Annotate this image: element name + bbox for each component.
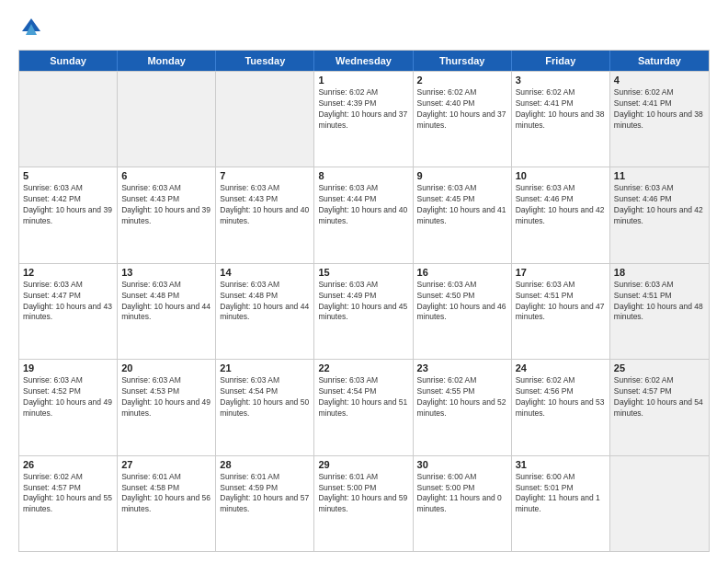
day-number: 10 [516,170,606,181]
day-number: 1 [318,75,408,86]
day-number: 15 [318,267,408,278]
day-number: 25 [614,362,705,373]
day-info: Sunrise: 6:03 AM Sunset: 4:42 PM Dayligh… [23,183,113,227]
day-info: Sunrise: 6:03 AM Sunset: 4:48 PM Dayligh… [220,280,310,324]
day-number: 19 [23,362,113,373]
calendar-cell: 25Sunrise: 6:02 AM Sunset: 4:57 PM Dayli… [610,360,709,454]
calendar-cell: 16Sunrise: 6:03 AM Sunset: 4:50 PM Dayli… [414,264,512,359]
calendar-cell: 11Sunrise: 6:03 AM Sunset: 4:46 PM Dayli… [610,167,709,262]
calendar-cell: 10Sunrise: 6:03 AM Sunset: 4:46 PM Dayli… [512,167,610,262]
day-info: Sunrise: 6:00 AM Sunset: 5:00 PM Dayligh… [417,472,507,516]
calendar-cell: 27Sunrise: 6:01 AM Sunset: 4:58 PM Dayli… [118,456,216,551]
day-number: 6 [121,170,211,181]
day-info: Sunrise: 6:01 AM Sunset: 4:58 PM Dayligh… [121,472,211,516]
logo [18,15,48,40]
day-info: Sunrise: 6:03 AM Sunset: 4:47 PM Dayligh… [23,280,113,324]
day-number: 2 [417,75,507,86]
calendar-row-3: 12Sunrise: 6:03 AM Sunset: 4:47 PM Dayli… [19,263,709,359]
day-number: 11 [614,170,705,181]
day-number: 13 [121,267,211,278]
day-number: 29 [318,459,408,470]
day-number: 17 [516,267,606,278]
day-number: 27 [121,459,211,470]
header-cell-sunday: Sunday [19,51,118,71]
day-number: 22 [318,362,408,373]
calendar-cell: 15Sunrise: 6:03 AM Sunset: 4:49 PM Dayli… [314,264,413,359]
day-info: Sunrise: 6:03 AM Sunset: 4:50 PM Dayligh… [417,280,507,324]
day-number: 16 [417,267,507,278]
day-info: Sunrise: 6:03 AM Sunset: 4:44 PM Dayligh… [318,183,408,227]
calendar-cell: 14Sunrise: 6:03 AM Sunset: 4:48 PM Dayli… [216,264,314,359]
calendar-cell: 23Sunrise: 6:02 AM Sunset: 4:55 PM Dayli… [414,360,512,454]
header-cell-friday: Friday [512,51,610,71]
day-number: 8 [318,170,408,181]
day-info: Sunrise: 6:03 AM Sunset: 4:48 PM Dayligh… [121,280,211,324]
day-info: Sunrise: 6:03 AM Sunset: 4:54 PM Dayligh… [318,375,408,419]
day-info: Sunrise: 6:02 AM Sunset: 4:39 PM Dayligh… [318,87,408,132]
day-number: 23 [417,362,507,373]
calendar-cell: 7Sunrise: 6:03 AM Sunset: 4:43 PM Daylig… [216,167,314,262]
calendar-cell [216,72,314,167]
day-number: 24 [516,362,606,373]
day-info: Sunrise: 6:03 AM Sunset: 4:46 PM Dayligh… [516,183,606,227]
day-number: 18 [614,267,705,278]
day-number: 28 [220,459,310,470]
day-info: Sunrise: 6:03 AM Sunset: 4:45 PM Dayligh… [417,183,507,227]
header-cell-wednesday: Wednesday [314,51,413,71]
calendar-cell: 26Sunrise: 6:02 AM Sunset: 4:57 PM Dayli… [19,456,118,551]
day-info: Sunrise: 6:02 AM Sunset: 4:40 PM Dayligh… [417,87,507,132]
day-info: Sunrise: 6:03 AM Sunset: 4:52 PM Dayligh… [23,375,113,419]
day-number: 30 [417,459,507,470]
day-info: Sunrise: 6:02 AM Sunset: 4:41 PM Dayligh… [516,87,606,132]
day-info: Sunrise: 6:03 AM Sunset: 4:43 PM Dayligh… [121,183,211,227]
day-number: 9 [417,170,507,181]
header-cell-monday: Monday [118,51,216,71]
calendar-cell [118,72,216,167]
calendar-cell: 1Sunrise: 6:02 AM Sunset: 4:39 PM Daylig… [314,72,413,167]
calendar-row-2: 5Sunrise: 6:03 AM Sunset: 4:42 PM Daylig… [19,167,709,262]
day-number: 31 [516,459,606,470]
calendar-row-5: 26Sunrise: 6:02 AM Sunset: 4:57 PM Dayli… [19,455,709,551]
calendar-header-row: SundayMondayTuesdayWednesdayThursdayFrid… [19,51,709,71]
day-number: 26 [23,459,113,470]
day-info: Sunrise: 6:03 AM Sunset: 4:51 PM Dayligh… [614,280,705,324]
day-info: Sunrise: 6:02 AM Sunset: 4:57 PM Dayligh… [614,375,705,419]
header-cell-tuesday: Tuesday [216,51,314,71]
day-number: 12 [23,267,113,278]
header-cell-thursday: Thursday [414,51,512,71]
calendar-row-4: 19Sunrise: 6:03 AM Sunset: 4:52 PM Dayli… [19,359,709,454]
calendar-cell: 4Sunrise: 6:02 AM Sunset: 4:41 PM Daylig… [610,72,709,167]
day-number: 14 [220,267,310,278]
day-number: 4 [614,75,705,86]
day-info: Sunrise: 6:03 AM Sunset: 4:51 PM Dayligh… [516,280,606,324]
calendar-cell: 18Sunrise: 6:03 AM Sunset: 4:51 PM Dayli… [610,264,709,359]
day-info: Sunrise: 6:03 AM Sunset: 4:43 PM Dayligh… [220,183,310,227]
calendar-cell: 5Sunrise: 6:03 AM Sunset: 4:42 PM Daylig… [19,167,118,262]
calendar-cell: 8Sunrise: 6:03 AM Sunset: 4:44 PM Daylig… [314,167,413,262]
day-info: Sunrise: 6:02 AM Sunset: 4:55 PM Dayligh… [417,375,507,419]
calendar-cell [19,72,118,167]
day-info: Sunrise: 6:02 AM Sunset: 4:57 PM Dayligh… [23,472,113,516]
calendar-cell [610,456,709,551]
day-number: 5 [23,170,113,181]
day-info: Sunrise: 6:03 AM Sunset: 4:46 PM Dayligh… [614,183,705,227]
logo-icon [18,15,44,40]
day-info: Sunrise: 6:01 AM Sunset: 4:59 PM Dayligh… [220,472,310,516]
day-number: 20 [121,362,211,373]
calendar-cell: 20Sunrise: 6:03 AM Sunset: 4:53 PM Dayli… [118,360,216,454]
calendar-cell: 22Sunrise: 6:03 AM Sunset: 4:54 PM Dayli… [314,360,413,454]
header-cell-saturday: Saturday [610,51,709,71]
calendar-cell: 21Sunrise: 6:03 AM Sunset: 4:54 PM Dayli… [216,360,314,454]
day-number: 3 [516,75,606,86]
calendar-cell: 31Sunrise: 6:00 AM Sunset: 5:01 PM Dayli… [512,456,610,551]
calendar-cell: 9Sunrise: 6:03 AM Sunset: 4:45 PM Daylig… [414,167,512,262]
day-info: Sunrise: 6:03 AM Sunset: 4:49 PM Dayligh… [318,280,408,324]
day-info: Sunrise: 6:03 AM Sunset: 4:53 PM Dayligh… [121,375,211,419]
calendar-cell: 3Sunrise: 6:02 AM Sunset: 4:41 PM Daylig… [512,72,610,167]
page-header [18,15,710,40]
calendar-cell: 28Sunrise: 6:01 AM Sunset: 4:59 PM Dayli… [216,456,314,551]
day-number: 21 [220,362,310,373]
calendar-cell: 29Sunrise: 6:01 AM Sunset: 5:00 PM Dayli… [314,456,413,551]
day-info: Sunrise: 6:00 AM Sunset: 5:01 PM Dayligh… [516,472,606,516]
calendar-cell: 17Sunrise: 6:03 AM Sunset: 4:51 PM Dayli… [512,264,610,359]
